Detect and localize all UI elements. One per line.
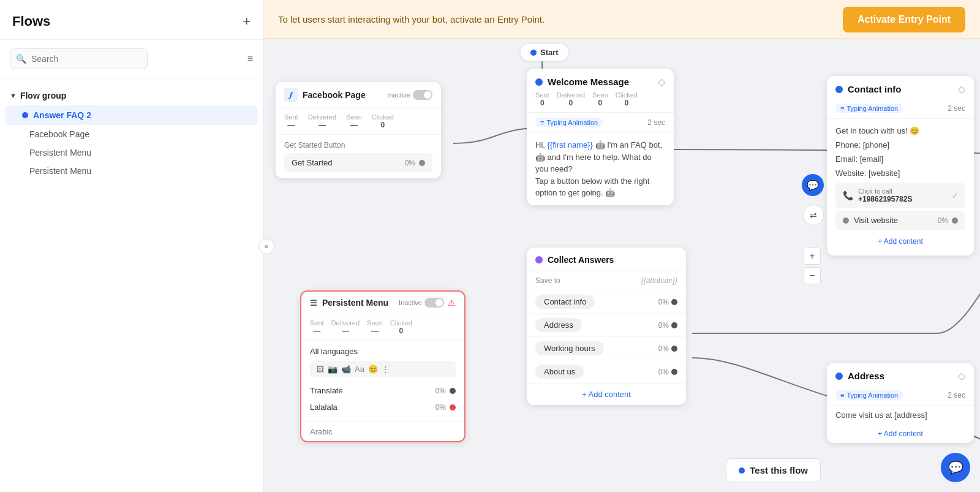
add-flow-button[interactable]: +: [243, 15, 251, 28]
fb-title-row: 𝒇 Facebook Page: [284, 88, 366, 102]
search-container: 🔍 ≡: [0, 40, 263, 78]
typing-label: Typing Animation: [546, 119, 598, 126]
stat-seen: Seen —: [346, 113, 362, 129]
collect-title: Collect Answers: [548, 255, 614, 265]
sidebar-item-facebook-page[interactable]: Facebook Page: [0, 125, 263, 143]
expand-icon[interactable]: ⤢: [952, 191, 958, 200]
collapse-sidebar-button[interactable]: «: [258, 238, 274, 254]
option-address-label: Address: [535, 318, 582, 332]
address-edit-icon[interactable]: ◇: [958, 370, 965, 382]
persist-option-translate: Translate 0%: [310, 382, 456, 399]
answer-option-about: About us 0%: [527, 360, 686, 384]
persist-status: Inactive: [399, 299, 422, 306]
msg-prefix: Hi,: [535, 140, 548, 149]
ws-seen: Seen 0: [592, 91, 608, 107]
visit-end-dot: [952, 218, 958, 224]
zoom-in-button[interactable]: +: [804, 248, 821, 265]
lalalala-pct-row: 0%: [435, 403, 456, 412]
zoom-out-button[interactable]: −: [804, 267, 821, 284]
answer-option-working: Working hours 0%: [527, 337, 686, 360]
contact-title: Contact info: [848, 84, 902, 94]
option-address-pct: 0%: [658, 321, 677, 330]
fb-status: Inactive: [387, 91, 410, 99]
fb-toggle[interactable]: Inactive: [387, 90, 432, 100]
persist-header: ☰ Persistent Menu Inactive ⚠: [301, 292, 464, 314]
nav-item-dot: [22, 112, 28, 118]
search-input[interactable]: [10, 48, 148, 69]
persist-title-row: ☰ Persistent Menu: [310, 298, 388, 308]
test-flow-button[interactable]: Test this flow: [726, 458, 821, 482]
welcome-header: Welcome Message ◇: [527, 69, 674, 91]
start-bubble: Start: [521, 44, 568, 61]
toggle-pill[interactable]: [424, 298, 444, 308]
fb-node-header: 𝒇 Facebook Page Inactive: [276, 82, 441, 108]
contact-header: Contact info ◇: [827, 76, 974, 99]
chat-fab-button[interactable]: 💬: [941, 453, 970, 482]
lalalala-label: Lalalala: [310, 403, 337, 412]
activate-entry-point-button[interactable]: Activate Entry Point: [843, 7, 965, 32]
sidebar-item-persistent-menu-2[interactable]: Persistent Menu: [0, 162, 263, 180]
save-to-label: Save to: [535, 276, 560, 285]
stat-sent: Sent —: [284, 113, 298, 129]
collect-add-content[interactable]: + Add content: [527, 384, 686, 405]
emoji-icon[interactable]: 😊: [368, 365, 378, 374]
test-flow-label: Test this flow: [750, 465, 808, 475]
contact-typing-icon: ≡: [840, 105, 844, 112]
get-started-row: Get Started 0%: [284, 153, 432, 172]
welcome-blue-dot: [535, 78, 543, 86]
persist-toolbar: 🖼 📷 📹 Aa 😊 ⋮: [310, 361, 456, 377]
canvas: Start 𝒇 Facebook Page Inactive Sent: [263, 39, 980, 492]
image-icon[interactable]: 🖼: [316, 365, 324, 374]
address-typing: ≡ Typing Animation 2 sec: [827, 385, 974, 406]
contact-share-icon[interactable]: ⇄: [803, 205, 824, 225]
stat-clicked: Clicked 0: [372, 113, 394, 129]
edit-icon[interactable]: ◇: [658, 76, 665, 88]
welcome-message-body: Hi, {{first name}} 🤖 I'm an FAQ bot, 🤖 a…: [527, 133, 674, 205]
address-add-content[interactable]: + Add content: [827, 425, 974, 443]
flow-group-header[interactable]: ▼ Flow group: [0, 86, 263, 105]
call-number: +19862195782S: [858, 195, 947, 203]
ps-delivered: Delivered —: [331, 319, 360, 335]
translate-dot: [450, 388, 456, 394]
phone-line: Phone: [phone]: [835, 138, 965, 152]
filter-icon-button[interactable]: ≡: [247, 53, 253, 64]
banner-text: To let users start interacting with your…: [278, 14, 545, 25]
address-typing-badge: ≡ Typing Animation: [835, 390, 903, 400]
sidebar-nav: ▼ Flow group Answer FAQ 2 Facebook Page …: [0, 78, 263, 492]
text-icon[interactable]: Aa: [355, 365, 364, 374]
contact-chat-icon[interactable]: 💬: [802, 174, 824, 196]
translate-label: Translate: [310, 386, 343, 395]
all-languages-label: All languages: [310, 347, 456, 356]
typing-badge: ≡ Typing Animation: [535, 118, 603, 127]
facebook-page-node: 𝒇 Facebook Page Inactive Sent — Delivere…: [276, 82, 441, 178]
persist-toggle[interactable]: Inactive: [399, 298, 444, 308]
ws-sent: Sent 0: [535, 91, 549, 107]
search-icon: 🔍: [16, 54, 26, 64]
photo-icon[interactable]: 📷: [328, 365, 337, 374]
address-text: Come visit us at [address]: [835, 411, 927, 420]
contact-title-row: Contact info: [835, 84, 902, 94]
ps-seen: Seen —: [367, 319, 383, 335]
flow-group-arrow: ▼: [10, 92, 17, 99]
address-header: Address ◇: [827, 363, 974, 385]
toggle-pill[interactable]: [413, 90, 432, 100]
sidebar-item-answer-faq[interactable]: Answer FAQ 2: [5, 105, 258, 125]
contact-edit-icon[interactable]: ◇: [958, 83, 965, 95]
sidebar-item-label: Persistent Menu: [29, 148, 91, 157]
address-typing-icon: ≡: [840, 392, 844, 399]
contact-add-content[interactable]: + Add content: [835, 232, 965, 251]
option-about-label: About us: [535, 365, 584, 379]
contact-typing-badge: ≡ Typing Animation: [835, 104, 903, 113]
fb-content: Get Started Button Get Started 0%: [276, 135, 441, 178]
contact-typing-sec: 2 sec: [948, 104, 965, 113]
contact-typing: ≡ Typing Animation 2 sec: [827, 99, 974, 119]
stat-delivered: Delivered —: [308, 113, 336, 129]
pct-dot: [671, 369, 677, 375]
more-icon[interactable]: ⋮: [382, 365, 390, 374]
lalalala-dot: [450, 404, 456, 411]
sidebar-item-persistent-menu-1[interactable]: Persistent Menu: [0, 143, 263, 162]
pct-dot: [671, 299, 677, 305]
test-dot: [739, 467, 745, 474]
video-icon[interactable]: 📹: [341, 365, 351, 374]
start-dot: [530, 50, 537, 56]
